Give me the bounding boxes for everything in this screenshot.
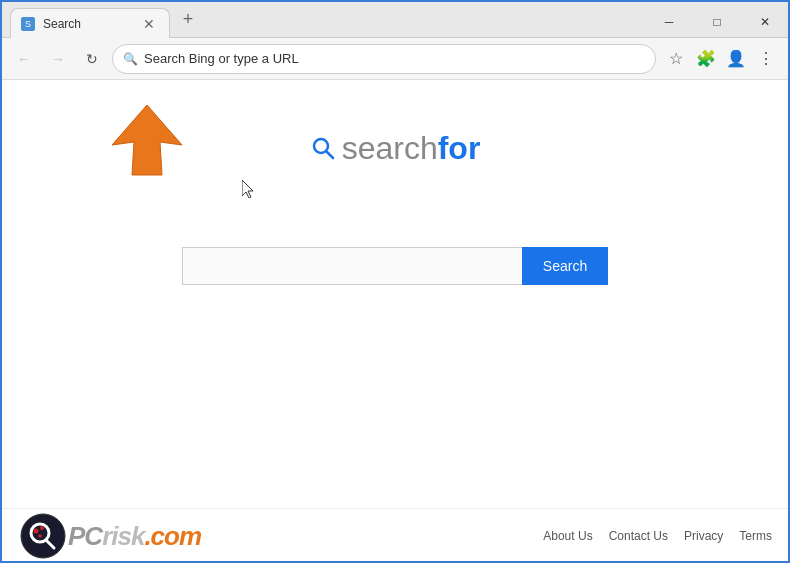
browser-tab[interactable]: S Search ✕ bbox=[10, 8, 170, 38]
site-logo: searchfor bbox=[310, 130, 481, 167]
favorites-button[interactable]: ☆ bbox=[662, 45, 690, 73]
search-input[interactable] bbox=[182, 247, 522, 285]
browser-toolbar: ← → ↻ 🔍 Search Bing or type a URL ☆ 🧩 👤 … bbox=[2, 38, 788, 80]
footer-logo: PCrisk.com bbox=[18, 511, 201, 561]
svg-marker-2 bbox=[242, 180, 253, 198]
webpage-content: searchfor Search PCrisk.com About Us Con bbox=[2, 80, 788, 563]
new-tab-button[interactable]: + bbox=[174, 6, 202, 34]
minimize-button[interactable]: ─ bbox=[646, 7, 692, 37]
pcrisk-com: .com bbox=[144, 521, 201, 552]
svg-point-9 bbox=[40, 526, 44, 530]
svg-line-4 bbox=[326, 151, 333, 158]
svg-point-10 bbox=[38, 534, 42, 538]
mouse-cursor bbox=[242, 180, 254, 198]
restore-button[interactable]: □ bbox=[694, 7, 740, 37]
address-security-icon: 🔍 bbox=[123, 52, 138, 66]
logo-text: searchfor bbox=[342, 130, 481, 167]
svg-marker-1 bbox=[112, 105, 182, 175]
footer: PCrisk.com About Us Contact Us Privacy T… bbox=[2, 508, 788, 563]
address-text: Search Bing or type a URL bbox=[144, 51, 645, 66]
extensions-button[interactable]: 🧩 bbox=[692, 45, 720, 73]
footer-link-about[interactable]: About Us bbox=[543, 529, 592, 543]
svg-point-8 bbox=[34, 529, 39, 534]
search-button[interactable]: Search bbox=[522, 247, 608, 285]
pcrisk-pc: PC bbox=[68, 521, 102, 552]
tab-title: Search bbox=[43, 17, 131, 31]
menu-button[interactable]: ⋮ bbox=[752, 45, 780, 73]
footer-link-privacy[interactable]: Privacy bbox=[684, 529, 723, 543]
arrow-annotation bbox=[62, 100, 202, 184]
footer-links: About Us Contact Us Privacy Terms bbox=[543, 529, 772, 543]
svg-point-5 bbox=[21, 514, 65, 558]
refresh-button[interactable]: ↻ bbox=[78, 45, 106, 73]
close-button[interactable]: ✕ bbox=[742, 7, 788, 37]
pcrisk-icon bbox=[18, 511, 68, 561]
footer-link-terms[interactable]: Terms bbox=[739, 529, 772, 543]
back-button[interactable]: ← bbox=[10, 45, 38, 73]
pcrisk-risk: risk bbox=[102, 521, 144, 552]
tab-favicon: S bbox=[21, 17, 35, 31]
search-area: Search bbox=[182, 247, 608, 285]
forward-button[interactable]: → bbox=[44, 45, 72, 73]
footer-link-contact[interactable]: Contact Us bbox=[609, 529, 668, 543]
logo-search-icon bbox=[310, 135, 338, 163]
tab-close-button[interactable]: ✕ bbox=[139, 14, 159, 34]
address-bar[interactable]: 🔍 Search Bing or type a URL bbox=[112, 44, 656, 74]
profile-button[interactable]: 👤 bbox=[722, 45, 750, 73]
